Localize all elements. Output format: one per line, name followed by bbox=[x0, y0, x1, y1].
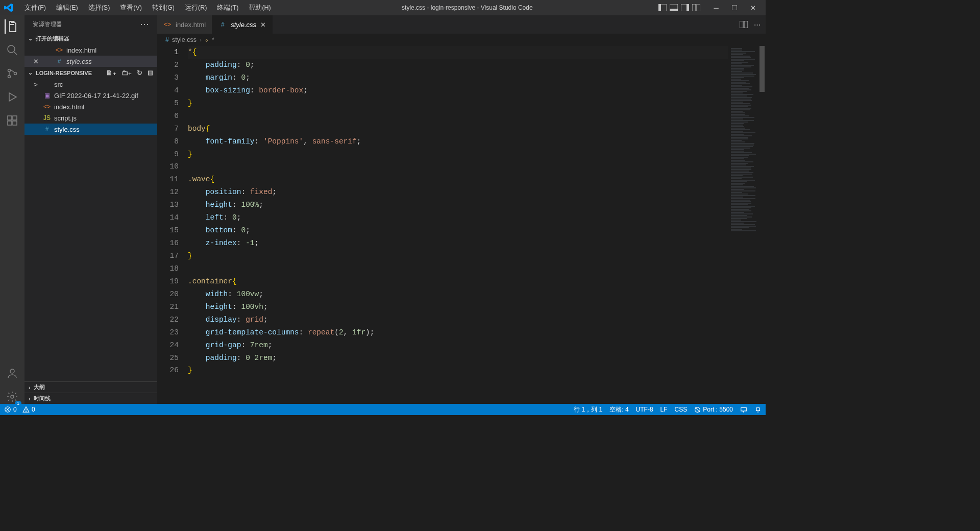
window-title: style.css - login-responsive - Visual St… bbox=[278, 4, 656, 11]
activity-settings[interactable] bbox=[5, 390, 19, 404]
svg-rect-8 bbox=[732, 5, 737, 10]
file-name: GIF 2022-06-17 21-41-22.gif bbox=[54, 92, 138, 100]
file-name: style.css bbox=[66, 58, 92, 65]
status-problems[interactable]: 0 0 bbox=[4, 406, 35, 413]
layout-right-icon[interactable] bbox=[681, 4, 689, 12]
refresh-icon[interactable]: ↻ bbox=[137, 69, 142, 77]
minimap[interactable] bbox=[728, 46, 758, 404]
project-label: LOGIN-RESPONSIVE bbox=[36, 70, 92, 76]
vertical-scrollbar[interactable] bbox=[758, 46, 766, 404]
project-section[interactable]: ⌄ LOGIN-RESPONSIVE 🗎₊ 🗀₊ ↻ ⊟ bbox=[24, 67, 157, 79]
svg-line-28 bbox=[695, 407, 700, 412]
menu-item[interactable]: 选择(S) bbox=[83, 2, 115, 13]
maximize-button[interactable] bbox=[726, 4, 743, 12]
chevron-right-icon: > bbox=[32, 81, 40, 88]
status-spaces[interactable]: 空格: 4 bbox=[609, 405, 628, 414]
svg-rect-17 bbox=[13, 116, 17, 120]
timeline-label: 时间线 bbox=[34, 395, 51, 402]
file-name: index.html bbox=[54, 103, 84, 111]
svg-rect-21 bbox=[744, 21, 748, 28]
editor: <>index.html#style.css✕ ⋯ # style.css › … bbox=[157, 15, 766, 404]
status-language[interactable]: CSS bbox=[675, 406, 688, 413]
file-item[interactable]: ▣GIF 2022-06-17 21-41-22.gif bbox=[24, 90, 157, 101]
open-editors-label: 打开的编辑器 bbox=[36, 35, 69, 42]
file-item[interactable]: JSscript.js bbox=[24, 112, 157, 124]
menu-item[interactable]: 查看(V) bbox=[115, 2, 147, 13]
file-item[interactable]: <>index.html bbox=[24, 101, 157, 112]
svg-rect-6 bbox=[692, 4, 696, 11]
chevron-right-icon: › bbox=[29, 384, 31, 391]
activity-search[interactable] bbox=[5, 43, 19, 57]
status-eol[interactable]: LF bbox=[660, 406, 668, 413]
chevron-down-icon: ⌄ bbox=[27, 69, 34, 76]
activity-bar bbox=[0, 15, 24, 404]
activity-scm[interactable] bbox=[5, 66, 19, 81]
timeline-section[interactable]: › 时间线 bbox=[24, 393, 157, 404]
chevron-right-icon: › bbox=[29, 396, 31, 402]
svg-rect-16 bbox=[13, 121, 17, 125]
sidebar-title: 资源管理器 bbox=[33, 20, 62, 28]
vscode-icon bbox=[4, 3, 13, 12]
outline-section[interactable]: › 大纲 bbox=[24, 381, 157, 393]
collapse-all-icon[interactable]: ⊟ bbox=[148, 69, 153, 77]
status-bell-icon[interactable] bbox=[754, 406, 762, 413]
layout-bottom-icon[interactable] bbox=[670, 4, 678, 12]
svg-point-18 bbox=[10, 369, 14, 373]
editor-tab[interactable]: <>index.html bbox=[157, 15, 212, 34]
status-encoding[interactable]: UTF-8 bbox=[636, 406, 653, 413]
outline-label: 大纲 bbox=[34, 383, 45, 391]
close-editor-icon[interactable]: ✕ bbox=[32, 58, 40, 65]
file-name: index.html bbox=[66, 46, 96, 54]
status-cursor[interactable]: 行 1，列 1 bbox=[574, 405, 602, 414]
menu-item[interactable]: 帮助(H) bbox=[243, 2, 276, 13]
activity-extensions[interactable] bbox=[5, 113, 19, 128]
breadcrumb-file: style.css bbox=[172, 36, 197, 43]
statusbar: 0 0 行 1，列 1 空格: 4 UTF-8 LF CSS Port : 55… bbox=[0, 404, 766, 415]
layout-controls bbox=[658, 4, 700, 12]
new-file-icon[interactable]: 🗎₊ bbox=[106, 69, 116, 77]
layout-left-icon[interactable] bbox=[658, 4, 667, 12]
new-folder-icon[interactable]: 🗀₊ bbox=[121, 69, 132, 77]
status-port[interactable]: Port : 5500 bbox=[694, 406, 733, 413]
svg-point-12 bbox=[8, 76, 11, 78]
svg-rect-5 bbox=[687, 4, 689, 11]
activity-account[interactable] bbox=[5, 366, 19, 380]
sidebar-more-button[interactable]: ⋯ bbox=[140, 18, 150, 30]
svg-rect-3 bbox=[670, 9, 678, 11]
activity-explorer[interactable] bbox=[5, 19, 19, 34]
close-tab-icon[interactable]: ✕ bbox=[260, 21, 266, 29]
menu-item[interactable]: 编辑(E) bbox=[51, 2, 83, 13]
svg-point-11 bbox=[8, 69, 11, 72]
menu-item[interactable]: 终端(T) bbox=[212, 2, 243, 13]
close-window-button[interactable]: ✕ bbox=[744, 4, 762, 12]
svg-rect-7 bbox=[697, 4, 700, 11]
symbol-icon: ⬨ bbox=[205, 36, 209, 43]
svg-rect-15 bbox=[8, 121, 12, 125]
split-editor-icon[interactable] bbox=[740, 21, 748, 28]
activity-debug[interactable] bbox=[5, 90, 19, 104]
editor-tab[interactable]: #style.css✕ bbox=[212, 15, 273, 34]
css-icon: # bbox=[165, 36, 169, 43]
svg-point-9 bbox=[8, 45, 15, 53]
file-name: src bbox=[54, 81, 63, 88]
editor-body[interactable]: 1234567891011121314151617181920212223242… bbox=[157, 46, 766, 404]
svg-rect-20 bbox=[740, 21, 743, 28]
menu-item[interactable]: 转到(G) bbox=[147, 2, 180, 13]
titlebar: 文件(F)编辑(E)选择(S)查看(V)转到(G)运行(R)终端(T)帮助(H)… bbox=[0, 0, 766, 15]
tab-more-icon[interactable]: ⋯ bbox=[754, 21, 761, 29]
folder-item[interactable]: >src bbox=[24, 79, 157, 90]
tab-label: index.html bbox=[176, 21, 206, 29]
minimize-button[interactable]: ─ bbox=[707, 4, 725, 12]
open-editor-item[interactable]: <>index.html bbox=[24, 44, 157, 56]
open-editors-section[interactable]: ⌄ 打开的编辑器 bbox=[24, 33, 157, 44]
breadcrumb[interactable]: # style.css › ⬨ * bbox=[157, 34, 766, 46]
chevron-right-icon: › bbox=[200, 36, 202, 43]
svg-rect-14 bbox=[8, 116, 12, 120]
menu-item[interactable]: 运行(R) bbox=[180, 2, 212, 13]
layout-custom-icon[interactable] bbox=[692, 4, 700, 12]
status-feedback-icon[interactable] bbox=[740, 406, 747, 413]
sidebar: 资源管理器 ⋯ ⌄ 打开的编辑器 <>index.html✕#style.css… bbox=[24, 15, 157, 404]
menu-item[interactable]: 文件(F) bbox=[19, 2, 51, 13]
open-editor-item[interactable]: ✕#style.css bbox=[24, 56, 157, 67]
file-item[interactable]: #style.css bbox=[24, 124, 157, 135]
